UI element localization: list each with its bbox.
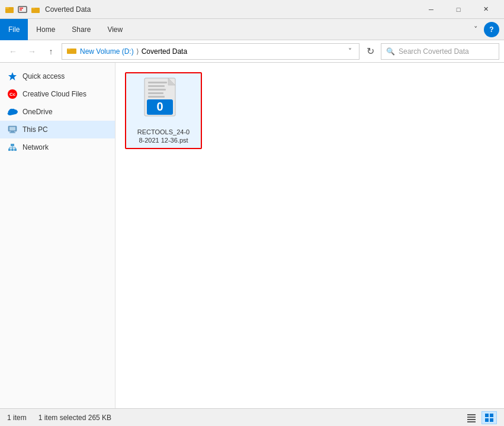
ribbon: File Home Share View ˅ ? — [0, 19, 504, 40]
tab-file[interactable]: File — [0, 19, 28, 40]
svg-rect-35 — [485, 418, 489, 422]
svg-marker-7 — [8, 72, 17, 80]
svg-rect-9 — [9, 127, 15, 131]
tab-home[interactable]: Home — [28, 19, 63, 40]
svg-rect-34 — [490, 414, 493, 417]
svg-text:0: 0 — [156, 100, 163, 113]
window-icon — [5, 5, 14, 14]
svg-rect-30 — [467, 417, 476, 418]
main-area: Quick access Cc Creative Cloud Files One… — [0, 63, 504, 408]
close-button[interactable]: ✕ — [472, 0, 499, 19]
help-button[interactable]: ? — [484, 22, 499, 37]
file-name: RECTOOLS_24-08-2021 12-36.pst — [137, 128, 190, 145]
item-count: 1 item — [7, 414, 27, 422]
svg-rect-24 — [148, 89, 166, 91]
svg-rect-31 — [467, 419, 476, 420]
folder-icon — [31, 5, 40, 14]
refresh-button[interactable]: ↻ — [362, 43, 378, 60]
file-icon: 0 — [142, 77, 185, 124]
svg-rect-4 — [20, 9, 22, 11]
path-dropdown-button[interactable]: ˅ — [346, 47, 354, 56]
sidebar-item-label: Network — [23, 143, 49, 151]
svg-rect-3 — [20, 8, 23, 9]
window-title: Coverted Data — [45, 5, 418, 14]
grid-view-button[interactable] — [481, 411, 497, 424]
ribbon-chevron[interactable]: ˅ — [468, 25, 484, 34]
svg-rect-25 — [148, 92, 163, 94]
svg-rect-26 — [148, 96, 165, 98]
sidebar-item-network[interactable]: Network — [0, 138, 115, 156]
svg-rect-32 — [467, 421, 476, 422]
list-view-button[interactable] — [464, 411, 479, 424]
tab-view[interactable]: View — [99, 19, 131, 40]
svg-rect-14 — [11, 149, 14, 151]
svg-rect-13 — [8, 149, 11, 151]
back-button[interactable]: ← — [5, 43, 21, 60]
search-box[interactable]: 🔍 Search Coverted Data — [381, 43, 499, 60]
title-bar: Coverted Data ─ □ ✕ — [0, 0, 504, 19]
view-controls — [464, 411, 497, 424]
svg-rect-22 — [148, 82, 167, 83]
search-placeholder: Search Coverted Data — [399, 47, 469, 56]
address-bar: ← → ↑ New Volume (D:) ⟩ Coverted Data ˅ … — [0, 40, 504, 63]
up-button[interactable]: ↑ — [43, 43, 59, 60]
search-icon: 🔍 — [386, 47, 395, 56]
svg-rect-10 — [11, 131, 14, 133]
sidebar-item-label: OneDrive — [23, 108, 53, 116]
svg-rect-33 — [485, 414, 489, 417]
tab-share[interactable]: Share — [63, 19, 99, 40]
svg-rect-29 — [467, 414, 476, 415]
network-icon — [7, 142, 18, 153]
selected-info: 1 item selected 265 KB — [38, 414, 111, 422]
svg-rect-23 — [148, 85, 165, 87]
path-part-2: Coverted Data — [142, 47, 187, 56]
sidebar: Quick access Cc Creative Cloud Files One… — [0, 63, 115, 408]
creative-cloud-icon: Cc — [7, 89, 18, 99]
system-icon — [18, 5, 27, 14]
svg-rect-12 — [11, 144, 14, 146]
this-pc-icon — [7, 124, 18, 135]
path-separator: ⟩ — [136, 47, 139, 56]
sidebar-item-creative-cloud[interactable]: Cc Creative Cloud Files — [0, 85, 115, 103]
svg-rect-11 — [9, 133, 15, 134]
sidebar-item-label: Creative Cloud Files — [23, 90, 86, 98]
maximize-button[interactable]: □ — [445, 0, 472, 19]
path-icon — [67, 46, 76, 56]
sidebar-item-onedrive[interactable]: OneDrive — [0, 103, 115, 121]
file-grid: 0 RECTOOLS_24-08-2021 12-36.pst — [125, 72, 495, 149]
minimize-button[interactable]: ─ — [418, 0, 445, 19]
onedrive-icon — [7, 106, 18, 117]
sidebar-item-label: Quick access — [23, 72, 65, 80]
sidebar-item-label: This PC — [23, 125, 48, 134]
file-content-area: 0 RECTOOLS_24-08-2021 12-36.pst — [115, 63, 504, 408]
file-item-pst[interactable]: 0 RECTOOLS_24-08-2021 12-36.pst — [125, 72, 202, 149]
title-bar-controls[interactable]: ─ □ ✕ — [418, 0, 499, 19]
path-part-1: New Volume (D:) — [80, 47, 134, 56]
svg-rect-15 — [14, 149, 17, 151]
sidebar-item-this-pc[interactable]: This PC — [0, 121, 115, 138]
title-bar-icons — [5, 5, 40, 14]
sidebar-item-quick-access[interactable]: Quick access — [0, 67, 115, 85]
star-icon — [7, 71, 18, 82]
address-path[interactable]: New Volume (D:) ⟩ Coverted Data ˅ — [62, 43, 359, 60]
forward-button[interactable]: → — [24, 43, 40, 60]
status-bar: 1 item 1 item selected 265 KB — [0, 408, 504, 426]
svg-rect-1 — [5, 7, 9, 9]
svg-rect-36 — [490, 418, 493, 422]
